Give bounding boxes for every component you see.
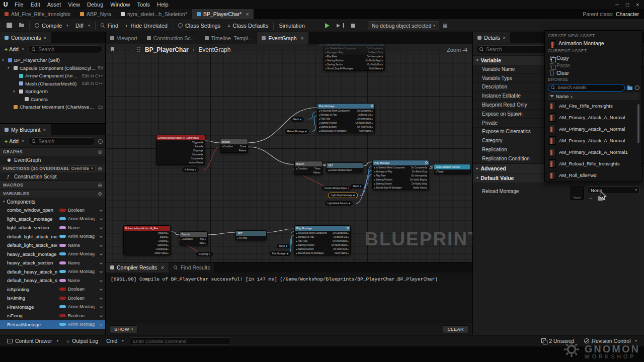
- node-output-pin[interactable]: On Notify End: [367, 63, 383, 66]
- document-tab[interactable]: Timeline_Templ...: [200, 32, 257, 44]
- copy-menu-item[interactable]: Copy: [548, 54, 639, 61]
- graph-variable-pill[interactable]: Is Aiming: [196, 252, 213, 256]
- node-output-pin[interactable]: On Notify Begin: [355, 122, 373, 124]
- graph-node[interactable]: Play MontageIn Skeletal Mesh ComponentOn…: [317, 103, 375, 133]
- save-button[interactable]: [3, 19, 16, 32]
- variable-row[interactable]: heavy_attack_montage Anim Montag: [0, 250, 105, 259]
- details-tab[interactable]: Details: [473, 32, 510, 43]
- asset-tab[interactable]: BP_PlayerChar*: [192, 9, 254, 19]
- compile-button[interactable]: Compile: [31, 19, 72, 32]
- chevron-down-icon[interactable]: [100, 252, 103, 255]
- component-tree-row[interactable]: Camera: [0, 96, 105, 104]
- unsaved-button[interactable]: 2 Unsaved: [537, 338, 578, 344]
- graph-node[interactable]: EnhancedInputAction IA_LightAttackTrigge…: [156, 135, 205, 165]
- find-button[interactable]: Find: [97, 19, 122, 32]
- variable-row[interactable]: combo_window_open Boolean: [0, 206, 105, 215]
- node-output-pin[interactable]: On Blend Out: [358, 114, 373, 116]
- asset-list-item[interactable]: AM_Primary_Attack_A_Normal: [548, 112, 639, 123]
- asset-thumbnail[interactable]: None: [571, 187, 584, 200]
- show-filter-button[interactable]: SHOW: [110, 325, 138, 333]
- stop-button[interactable]: [348, 19, 359, 32]
- graph-variable-pill[interactable]: Mesh: [351, 184, 364, 189]
- drag-handle-icon[interactable]: [137, 47, 141, 52]
- find-results-tab[interactable]: Find Results: [169, 262, 214, 273]
- variable-row[interactable]: ReloadMontage Anim Montag: [0, 320, 105, 329]
- add-blueprint-item-button[interactable]: +Add: [3, 138, 26, 144]
- asset-tab[interactable]: ABP_Nyra: [75, 9, 116, 19]
- chevron-down-icon[interactable]: [100, 288, 103, 291]
- close-button[interactable]: ×: [636, 2, 639, 8]
- components-search-input[interactable]: [38, 47, 99, 52]
- asset-list-item[interactable]: AM_Reload_Rifle_Ironsights: [548, 158, 639, 169]
- node-input-pin[interactable]: Starting Position: [319, 122, 337, 124]
- node-input-pin[interactable]: Should Stop All Montages: [374, 187, 402, 189]
- node-input-pin[interactable]: Play Rate: [326, 55, 337, 58]
- settings-gear-icon[interactable]: [98, 139, 103, 144]
- folder-filter-icon[interactable]: [627, 86, 632, 90]
- debug-filter-button[interactable]: ▦: [439, 19, 451, 32]
- asset-list-item[interactable]: AM_Primary_Attack_A_Normal: [548, 135, 639, 146]
- node-output-pin[interactable]: On Blend Out: [412, 170, 427, 173]
- diff-button[interactable]: Diff: [72, 19, 94, 32]
- breadcrumb-graph[interactable]: EventGraph: [198, 46, 230, 53]
- simulation-button[interactable]: Simulation: [275, 19, 308, 32]
- node-output-pin[interactable]: Action Value: [189, 161, 203, 164]
- node-output-pin[interactable]: False: [239, 149, 246, 152]
- graph-variable-pill[interactable]: Fire Montage: [270, 251, 291, 256]
- variable-row[interactable]: isSprinting Boolean: [0, 285, 105, 294]
- content-drawer-button[interactable]: Content Drawer: [3, 338, 62, 344]
- node-input-pin[interactable]: Should Stop All Montages: [326, 67, 353, 70]
- console-command-input[interactable]: [133, 338, 227, 344]
- component-suffix[interactable]: Edit in C++: [82, 73, 103, 78]
- variable-row[interactable]: default_light_attack_mon Anim Montag: [0, 232, 105, 241]
- asset-select-dropdown[interactable]: None: [588, 187, 640, 194]
- close-icon[interactable]: [503, 35, 506, 41]
- event-graph-row[interactable]: ◉EventGraph: [0, 156, 105, 164]
- menu-item[interactable]: Edit: [27, 0, 44, 9]
- node-output-pin[interactable]: True: [240, 145, 246, 148]
- node-input-pin[interactable]: In Skeletal Mesh Component: [374, 166, 405, 169]
- variable-row[interactable]: light_attack_section Name: [0, 223, 105, 232]
- asset-list-name-header[interactable]: Name ▴: [548, 93, 639, 100]
- document-tab[interactable]: EventGraph: [257, 32, 308, 44]
- asset-tab[interactable]: nyra_skelet...h_Skeleton*: [116, 9, 192, 19]
- console-command-box[interactable]: [130, 337, 230, 345]
- chevron-down-icon[interactable]: [100, 305, 103, 308]
- node-output-pin[interactable]: Notify Name: [369, 67, 383, 70]
- my-blueprint-tab[interactable]: My Blueprint: [0, 124, 51, 135]
- breadcrumb-blueprint[interactable]: BP_PlayerChar: [145, 46, 189, 53]
- variable-row[interactable]: light_attack_montage Anim Montag: [0, 215, 105, 224]
- compiler-results-tab[interactable]: Compiler Results: [106, 262, 169, 273]
- add-graph-icon[interactable]: ⊕: [98, 149, 102, 155]
- node-input-pin[interactable]: Should Stop All Montages: [319, 130, 347, 132]
- close-icon[interactable]: [44, 35, 47, 41]
- component-tree-row[interactable]: Mesh (CharacterMesh0) Edit in C++: [0, 80, 105, 88]
- node-input-pin[interactable]: In Skeletal Mesh Component: [296, 232, 327, 234]
- my-blueprint-search[interactable]: [28, 137, 96, 145]
- clear-menu-item[interactable]: Clear: [548, 69, 639, 76]
- variable-row[interactable]: default_light_attack_sect Name: [0, 241, 105, 250]
- maximize-button[interactable]: □: [626, 2, 629, 8]
- clear-log-button[interactable]: CLEAR: [443, 325, 468, 333]
- node-output-pin[interactable]: Action Value: [154, 252, 169, 254]
- component-suffix[interactable]: Ed: [98, 65, 103, 70]
- my-blueprint-search-input[interactable]: [38, 139, 92, 144]
- node-output-pin[interactable]: On Notify Begin: [410, 178, 427, 181]
- chevron-down-icon[interactable]: [100, 279, 103, 282]
- tab-close-icon[interactable]: [161, 264, 164, 270]
- class-settings-button[interactable]: Class Settings: [175, 19, 224, 32]
- frame-skip-button[interactable]: [333, 19, 348, 32]
- graph-variable-pill[interactable]: Light Attack Section: [325, 201, 353, 206]
- expander-caret-icon[interactable]: [8, 66, 12, 70]
- debug-object-dropdown[interactable]: No debug object selected: [368, 21, 439, 30]
- node-output-pin[interactable]: On Completed: [411, 166, 427, 169]
- node-input-pin[interactable]: Should Stop All Montages: [296, 252, 324, 254]
- node-input-pin[interactable]: Starting Section: [319, 126, 337, 128]
- revision-control-button[interactable]: Revision Control: [580, 338, 641, 344]
- variable-row[interactable]: default_heavy_attack_mc Anim Montag: [0, 267, 105, 277]
- variable-row[interactable]: FireMontage Anim Montag: [0, 303, 105, 312]
- class-defaults-button[interactable]: ≡Class Defaults: [224, 19, 272, 32]
- node-input-pin[interactable]: Condition: [222, 145, 233, 148]
- node-output-pin[interactable]: Triggered: [192, 141, 203, 144]
- node-input-pin[interactable]: Condition: [296, 167, 307, 170]
